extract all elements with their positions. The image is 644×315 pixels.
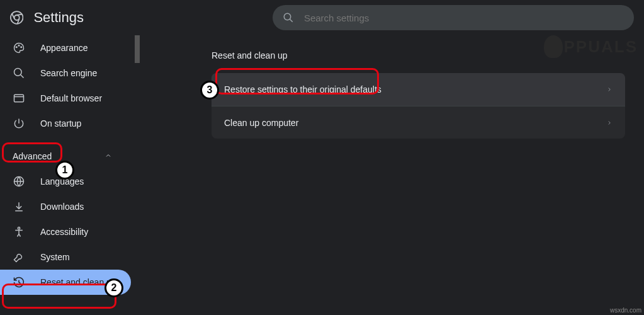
sidebar-item-label: Search engine: [40, 68, 97, 78]
page-title: Settings: [33, 9, 84, 26]
watermark-corner: wsxdn.com: [607, 306, 644, 315]
sidebar-item-label: Default browser: [40, 93, 102, 103]
sidebar-item-appearance[interactable]: Appearance: [0, 35, 131, 60]
sidebar-item-default-browser[interactable]: Default browser: [0, 86, 131, 111]
header: Settings: [0, 0, 644, 35]
row-clean-up-computer[interactable]: Clean up computer: [212, 106, 625, 139]
sidebar-item-on-startup[interactable]: On startup: [0, 111, 131, 136]
restore-icon: [13, 276, 25, 289]
svg-point-6: [21, 47, 22, 48]
search-bar[interactable]: [273, 5, 634, 30]
chevron-up-icon: [105, 151, 112, 161]
sidebar-item-label: Reset and clean up: [40, 277, 116, 287]
chevron-right-icon: [606, 84, 613, 94]
sidebar: Appearance Search engine Default browser…: [0, 35, 140, 315]
appearance-icon: [13, 42, 25, 54]
svg-point-5: [18, 45, 20, 46]
scrollbar-track: [135, 35, 140, 315]
sidebar-advanced-toggle[interactable]: Advanced: [0, 144, 131, 169]
chevron-right-icon: [606, 118, 613, 128]
sidebar-item-label: Appearance: [40, 43, 88, 53]
row-restore-defaults[interactable]: Restore settings to their original defau…: [212, 73, 625, 106]
sidebar-item-label: Accessibility: [40, 227, 88, 237]
row-label: Restore settings to their original defau…: [224, 84, 381, 94]
accessibility-icon: [13, 226, 25, 238]
row-label: Clean up computer: [224, 118, 298, 128]
svg-point-2: [284, 13, 291, 20]
svg-rect-9: [14, 94, 24, 102]
search-icon: [283, 12, 294, 23]
sidebar-item-languages[interactable]: Languages: [0, 169, 131, 194]
svg-line-3: [290, 19, 293, 22]
svg-point-0: [11, 11, 23, 24]
search-input[interactable]: [304, 13, 624, 23]
advanced-label: Advanced: [13, 151, 52, 161]
svg-point-7: [14, 69, 22, 76]
sidebar-item-label: On startup: [40, 118, 81, 129]
svg-line-8: [21, 75, 24, 78]
browser-icon: [13, 92, 25, 105]
sidebar-item-label: Downloads: [40, 202, 84, 212]
section-title: Reset and clean up: [212, 50, 625, 60]
main-content: Reset and clean up Restore settings to t…: [140, 35, 644, 315]
wrench-icon: [13, 251, 25, 263]
download-icon: [13, 200, 25, 213]
globe-icon: [13, 175, 25, 188]
sidebar-item-search-engine[interactable]: Search engine: [0, 60, 131, 86]
sidebar-item-downloads[interactable]: Downloads: [0, 194, 131, 219]
scrollbar-thumb[interactable]: [135, 35, 140, 63]
search-icon: [13, 67, 25, 79]
svg-point-13: [18, 227, 20, 229]
settings-card: Restore settings to their original defau…: [212, 73, 625, 139]
chrome-logo-icon: [10, 10, 23, 25]
power-icon: [13, 117, 25, 130]
sidebar-item-system[interactable]: System: [0, 244, 131, 270]
sidebar-item-reset-and-clean-up[interactable]: Reset and clean up: [0, 270, 131, 295]
sidebar-item-label: Languages: [40, 176, 84, 186]
sidebar-item-accessibility[interactable]: Accessibility: [0, 219, 131, 244]
svg-point-4: [16, 47, 17, 48]
sidebar-item-label: System: [40, 252, 70, 262]
